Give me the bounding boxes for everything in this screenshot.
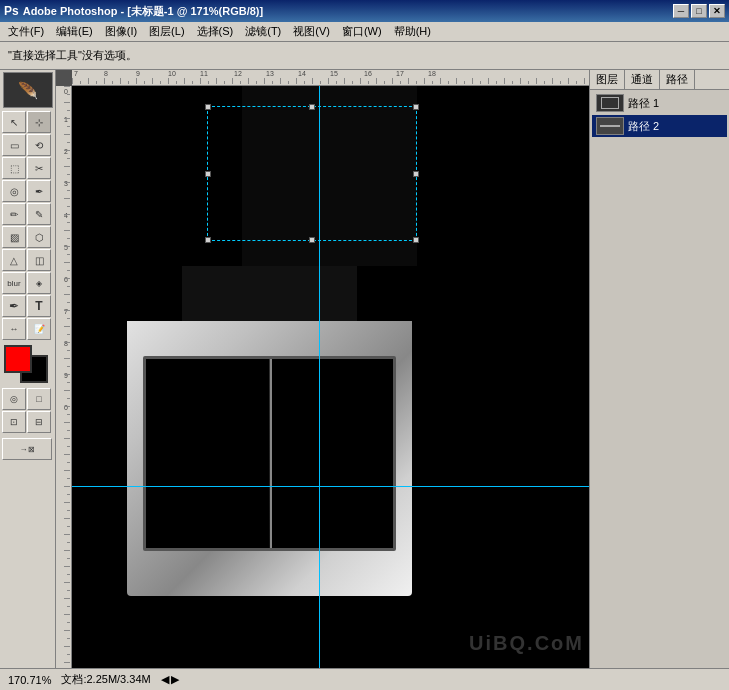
tool-row-layout: ⊡ ⊟: [2, 411, 53, 433]
title-bar-left: Ps Adobe Photoshop - [未标题-1 @ 171%(RGB/8…: [4, 4, 263, 19]
floppy-window: [143, 356, 396, 551]
path-1-thumb-inner: [601, 97, 619, 109]
patch-tool-btn[interactable]: ✂: [27, 157, 51, 179]
brush-tool-btn[interactable]: ✏: [2, 203, 26, 225]
panel-tabs: 图层 通道 路径: [590, 70, 729, 90]
arrow-tool-btn[interactable]: ↖: [2, 111, 26, 133]
paths-panel: 路径 1 路径 2: [590, 90, 729, 668]
direct-select-btn[interactable]: ⊹: [27, 111, 51, 133]
floppy-notch-right: [357, 266, 412, 321]
panels: 图层 通道 路径 路径 1 路径 2: [589, 70, 729, 668]
ruler-left: 0 1 2 3 4 5 6 7 8 9 0: [56, 86, 72, 668]
floppy-window-left: [146, 359, 269, 548]
nav-buttons: ◀ ▶: [161, 673, 179, 686]
floppy-body: [127, 266, 412, 596]
toolbox: 🪶 ↖ ⊹ ▭ ⟲ ⬚ ✂ ◎ ✒ ✏ ✎ ▨ ⬡ △ ◫: [0, 70, 56, 668]
measure-tool-btn[interactable]: ↔: [2, 318, 26, 340]
tool-row-2: ▭ ⟲: [2, 134, 53, 156]
canvas-content[interactable]: [72, 86, 589, 668]
menu-select[interactable]: 选择(S): [191, 22, 240, 41]
standard-mode-btn[interactable]: □: [27, 388, 51, 410]
crop-tool-btn[interactable]: ⬚: [2, 157, 26, 179]
eraser-tool-btn[interactable]: ▨: [2, 226, 26, 248]
tool-row-7: △ ◫: [2, 249, 53, 271]
menu-help[interactable]: 帮助(H): [388, 22, 437, 41]
path-item-1[interactable]: 路径 1: [592, 92, 727, 114]
zoom-level: 170.71%: [8, 674, 51, 686]
standard-screen-btn[interactable]: ⊡: [2, 411, 26, 433]
tool-row-10: ↔ 📝: [2, 318, 53, 340]
tool-row-1: ↖ ⊹: [2, 111, 53, 133]
pen-tool-btn[interactable]: ✒: [2, 295, 26, 317]
tool-row-jump: →⊠: [2, 438, 53, 460]
title-text: Adobe Photoshop - [未标题-1 @ 171%(RGB/8)]: [23, 4, 264, 19]
status-bar: 170.71% 文档:2.25M/3.34M ◀ ▶: [0, 668, 729, 690]
path-1-thumbnail: [596, 94, 624, 112]
close-button[interactable]: ✕: [709, 4, 725, 18]
tool-row-mode: ◎ □: [2, 388, 53, 410]
full-screen-btn[interactable]: ⊟: [27, 411, 51, 433]
jump-to-ir-btn[interactable]: →⊠: [2, 438, 52, 460]
ps-logo: 🪶: [3, 72, 53, 108]
floppy-window-right: [271, 359, 394, 548]
path-1-label: 路径 1: [628, 96, 659, 111]
blur-tool-btn[interactable]: blur: [2, 272, 26, 294]
tool-row-3: ⬚ ✂: [2, 157, 53, 179]
clone-tool-btn[interactable]: ✒: [27, 180, 51, 202]
floppy-top-strip: [182, 266, 357, 321]
type-tool-btn[interactable]: T: [27, 295, 51, 317]
menu-layer[interactable]: 图层(L): [143, 22, 190, 41]
options-bar: "直接选择工具"没有选项。: [0, 42, 729, 70]
menu-file[interactable]: 文件(F): [2, 22, 50, 41]
channels-tab[interactable]: 通道: [625, 70, 660, 89]
menu-filter[interactable]: 滤镜(T): [239, 22, 287, 41]
canvas-top-black: [72, 86, 589, 266]
menu-edit[interactable]: 编辑(E): [50, 22, 99, 41]
menu-view[interactable]: 视图(V): [287, 22, 336, 41]
floppy-window-divider: [270, 359, 272, 548]
foreground-color-swatch[interactable]: [4, 345, 32, 373]
menu-window[interactable]: 窗口(W): [336, 22, 388, 41]
layers-tab[interactable]: 图层: [590, 70, 625, 89]
title-bar: Ps Adobe Photoshop - [未标题-1 @ 171%(RGB/8…: [0, 0, 729, 22]
ruler-top: 7 8 9 10 11 12 13 14 15 16 17 18: [72, 70, 589, 86]
workspace: 🪶 ↖ ⊹ ▭ ⟲ ⬚ ✂ ◎ ✒ ✏ ✎ ▨ ⬡ △ ◫: [0, 70, 729, 668]
pencil-tool-btn[interactable]: ✎: [27, 203, 51, 225]
paths-tab[interactable]: 路径: [660, 70, 695, 89]
canvas-top-center: [242, 86, 417, 266]
color-swatches[interactable]: [4, 345, 54, 385]
quick-mask-btn[interactable]: ◎: [2, 388, 26, 410]
bg-eraser-btn[interactable]: ⬡: [27, 226, 51, 248]
menu-image[interactable]: 图像(I): [99, 22, 143, 41]
menu-bar: 文件(F) 编辑(E) 图像(I) 图层(L) 选择(S) 滤镜(T) 视图(V…: [0, 22, 729, 42]
nav-left-btn[interactable]: ◀: [161, 673, 169, 686]
lasso-tool-btn[interactable]: ⟲: [27, 134, 51, 156]
title-bar-controls: ─ □ ✕: [673, 4, 725, 18]
floppy-notch-left: [127, 266, 182, 321]
canvas-area[interactable]: 7 8 9 10 11 12 13 14 15 16 17 18 0 1: [56, 70, 589, 668]
tool-row-8: blur ◈: [2, 272, 53, 294]
app-icon: Ps: [4, 4, 19, 18]
path-2-label: 路径 2: [628, 119, 659, 134]
paint-bucket-btn[interactable]: ◫: [27, 249, 51, 271]
gradient-tool-btn[interactable]: △: [2, 249, 26, 271]
tool-row-9: ✒ T: [2, 295, 53, 317]
path-2-line: [600, 125, 620, 127]
nav-right-btn[interactable]: ▶: [171, 673, 179, 686]
marquee-tool-btn[interactable]: ▭: [2, 134, 26, 156]
tool-options-hint: "直接选择工具"没有选项。: [8, 48, 137, 63]
notes-tool-btn[interactable]: 📝: [27, 318, 51, 340]
doc-size: 文档:2.25M/3.34M: [61, 672, 150, 687]
sharpen-tool-btn[interactable]: ◈: [27, 272, 51, 294]
minimize-button[interactable]: ─: [673, 4, 689, 18]
tool-row-5: ✏ ✎: [2, 203, 53, 225]
tool-row-4: ◎ ✒: [2, 180, 53, 202]
tool-row-6: ▨ ⬡: [2, 226, 53, 248]
path-2-thumbnail: [596, 117, 624, 135]
heal-tool-btn[interactable]: ◎: [2, 180, 26, 202]
path-item-2[interactable]: 路径 2: [592, 115, 727, 137]
maximize-button[interactable]: □: [691, 4, 707, 18]
